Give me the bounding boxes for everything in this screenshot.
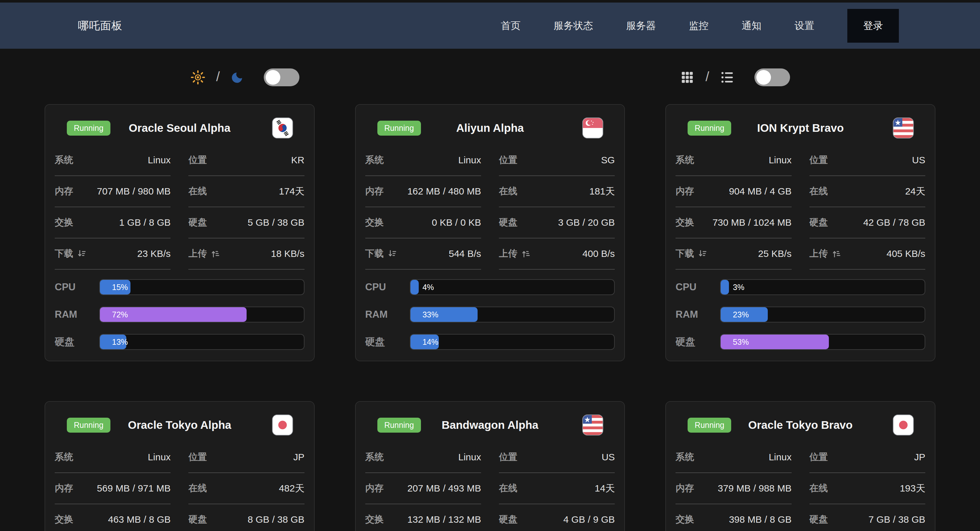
server-card-header: Running Oracle Tokyo Alpha (55, 411, 304, 438)
server-card[interactable]: Running Bandwagon Alpha 系统 Linux 位置 US 内… (355, 401, 625, 531)
swap-value: 730 MB / 1024 MB (713, 217, 791, 228)
uptime-label: 在线 (499, 482, 517, 495)
stat-swap: 交换 463 MB / 8 GB (55, 504, 170, 531)
swap-label: 交换 (365, 216, 384, 229)
memory-label: 内存 (55, 482, 73, 495)
status-badge: Running (377, 121, 421, 136)
moon-icon (231, 71, 244, 84)
server-card[interactable]: Running Oracle Seoul Alpha 系统 Linux 位置 K… (45, 104, 315, 361)
flag-icon-us (583, 415, 603, 435)
cpu-bar: CPU 3% (676, 279, 925, 295)
server-card[interactable]: Running Oracle Tokyo Bravo 系统 Linux 位置 J… (665, 401, 935, 531)
nav-item-servers[interactable]: 服务器 (626, 19, 656, 32)
server-card-header: Running Bandwagon Alpha (365, 411, 615, 438)
location-value: US (602, 452, 615, 462)
ram-bar-track: 72% (99, 306, 304, 322)
server-card[interactable]: Running Aliyun Alpha 系统 Linux 位置 SG 内存 1… (355, 104, 625, 361)
uptime-value: 181天 (589, 185, 615, 198)
system-value: Linux (769, 452, 792, 462)
view-separator: / (705, 69, 709, 85)
nav-item-notifications[interactable]: 通知 (742, 19, 761, 32)
navbar: 哪吒面板 首页 服务状态 服务器 监控 通知 设置 登录 (0, 3, 980, 49)
server-card-header: Running ION Krypt Bravo (676, 114, 925, 141)
server-card[interactable]: Running ION Krypt Bravo 系统 Linux 位置 US 内… (665, 104, 935, 361)
server-stats: 系统 Linux 位置 JP 内存 569 MB / 971 MB 在线 482… (55, 442, 304, 531)
swap-label: 交换 (55, 513, 73, 526)
stat-memory: 内存 207 MB / 493 MB (365, 473, 481, 504)
disk-bar-label: 硬盘 (676, 335, 711, 349)
uptime-value: 174天 (279, 185, 304, 198)
cpu-bar-label: CPU (365, 281, 401, 293)
swap-label: 交换 (365, 513, 384, 526)
status-badge: Running (67, 418, 110, 433)
download-label: 下载 (676, 247, 694, 260)
cpu-bar-label: CPU (676, 281, 711, 293)
disk-value: 42 GB / 78 GB (863, 217, 925, 228)
stat-swap: 交换 1 GB / 8 GB (55, 207, 170, 238)
disk-bar: 硬盘 53% (676, 334, 925, 350)
system-value: Linux (148, 452, 171, 462)
stat-system: 系统 Linux (55, 442, 170, 473)
ram-bar-label: RAM (676, 309, 711, 320)
stat-uptime: 在线 181天 (499, 176, 615, 207)
login-button[interactable]: 登录 (847, 9, 899, 43)
system-value: Linux (148, 155, 171, 166)
download-sort-icon (77, 249, 86, 258)
location-value: KR (291, 155, 304, 166)
memory-label: 内存 (676, 482, 694, 495)
upload-value: 18 KB/s (271, 248, 304, 259)
stat-location: 位置 US (499, 442, 615, 473)
disk-label: 硬盘 (499, 216, 517, 229)
nav-item-service-status[interactable]: 服务状态 (554, 19, 593, 32)
uptime-value: 24天 (905, 185, 925, 198)
stat-upload: 上传 18 KB/s (188, 238, 304, 269)
ram-bar: RAM 33% (365, 306, 615, 322)
status-badge: Running (377, 418, 421, 433)
disk-bar-track: 53% (720, 334, 925, 350)
nav-item-settings[interactable]: 设置 (794, 19, 814, 32)
download-value: 23 KB/s (137, 248, 170, 259)
server-name: Oracle Tokyo Alpha (128, 419, 231, 431)
disk-value: 3 GB / 20 GB (558, 217, 615, 228)
view-switch[interactable] (754, 69, 790, 86)
server-card-header: Running Oracle Tokyo Bravo (676, 411, 925, 438)
uptime-label: 在线 (810, 185, 828, 198)
stat-disk: 硬盘 8 GB / 38 GB (188, 504, 304, 531)
location-value: SG (601, 155, 615, 166)
server-card-header: Running Oracle Seoul Alpha (55, 114, 304, 141)
swap-value: 463 MB / 8 GB (108, 514, 171, 525)
memory-value: 379 MB / 988 MB (718, 483, 792, 494)
stat-location: 位置 JP (810, 442, 925, 473)
nav-menu: 首页 服务状态 服务器 监控 通知 设置 登录 (501, 9, 899, 43)
system-label: 系统 (676, 154, 694, 166)
ram-bar: RAM 23% (676, 306, 925, 322)
ram-percent: 33% (423, 307, 439, 322)
uptime-label: 在线 (810, 482, 828, 495)
upload-label: 上传 (499, 247, 517, 260)
flag-icon-jp (273, 415, 293, 435)
nav-item-home[interactable]: 首页 (501, 19, 520, 32)
theme-switch[interactable] (264, 69, 299, 86)
stat-swap: 交换 0 KB / 0 KB (365, 207, 481, 238)
disk-bar-track: 13% (99, 334, 304, 350)
ram-percent: 23% (733, 307, 749, 322)
stat-disk: 硬盘 4 GB / 9 GB (499, 504, 615, 531)
flag-icon-sg (583, 118, 603, 138)
system-label: 系统 (55, 154, 73, 166)
stat-uptime: 在线 24天 (810, 176, 925, 207)
server-name: Bandwagon Alpha (442, 419, 538, 431)
disk-label: 硬盘 (499, 513, 517, 526)
server-card[interactable]: Running Oracle Tokyo Alpha 系统 Linux 位置 J… (45, 401, 315, 531)
download-label: 下载 (55, 247, 73, 260)
server-stats: 系统 Linux 位置 US 内存 207 MB / 493 MB 在线 14天… (365, 442, 615, 531)
disk-percent: 53% (733, 335, 749, 349)
system-label: 系统 (365, 451, 384, 464)
nav-item-monitor[interactable]: 监控 (689, 19, 709, 32)
server-name: Oracle Tokyo Bravo (748, 419, 853, 431)
memory-label: 内存 (365, 482, 384, 495)
stat-disk: 硬盘 7 GB / 38 GB (810, 504, 925, 531)
download-label: 下载 (365, 247, 384, 260)
toolbar: / / (0, 49, 980, 104)
server-stats: 系统 Linux 位置 US 内存 904 MB / 4 GB 在线 24天 交… (676, 145, 925, 269)
disk-value: 4 GB / 9 GB (563, 514, 615, 525)
